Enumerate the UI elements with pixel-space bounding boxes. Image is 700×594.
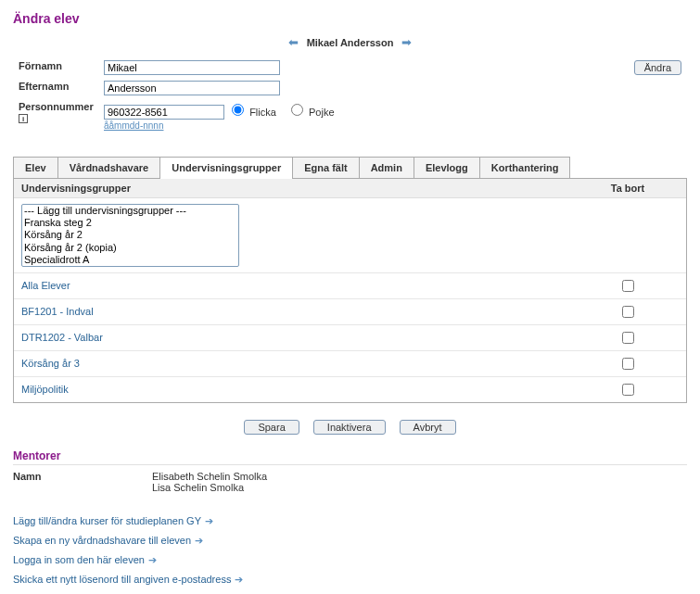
tab-v-rdnadshavare[interactable]: Vårdnadshavare [57,157,161,178]
group-option[interactable]: --- Lägg till undervisningsgrupper --- [22,205,238,217]
arrow-right-icon: ➔ [148,554,157,565]
links-block: Lägg till/ändra kurser för studieplanen … [13,512,687,589]
save-button[interactable]: Spara [244,420,299,435]
info-icon[interactable]: i [19,114,28,123]
mentors-name-label: Namn [13,471,152,493]
groups-header: Undervisningsgrupper [21,183,577,194]
pojke-radio-label[interactable]: Pojke [286,107,335,118]
table-row: Alla Elever [14,273,686,299]
personnummer-input[interactable] [104,105,224,120]
remove-header: Ta bort [577,183,679,194]
group-select[interactable]: --- Lägg till undervisningsgrupper ---Fr… [21,204,239,267]
action-bar: Spara Inaktivera Avbryt [13,420,687,435]
personnummer-label: Personnummer i [15,99,98,133]
student-name: Mikael Andersson [307,37,394,48]
student-form: Förnamn Ändra Efternamn Personnummer i F… [13,57,687,134]
remove-checkbox[interactable] [622,384,634,396]
table-row: BF1201 - Indval [14,299,686,325]
group-name: Körsång år 3 [21,358,577,369]
remove-checkbox[interactable] [622,280,634,292]
mentors-title: Mentorer [13,449,687,465]
remove-checkbox[interactable] [622,358,634,370]
student-nav: ⬅ Mikael Andersson ➡ [13,35,687,49]
arrow-right-icon: ➔ [205,515,213,526]
group-option[interactable]: Franska steg 2 [22,217,238,229]
cancel-button[interactable]: Avbryt [400,420,456,435]
tab-egna-f-lt[interactable]: Egna fält [292,157,359,178]
tab-korthantering[interactable]: Korthantering [479,157,571,178]
flicka-radio[interactable] [232,104,244,116]
efternamn-input[interactable] [104,81,280,95]
mentors-list: Elisabeth Schelin SmolkaLisa Schelin Smo… [152,471,687,493]
group-name: Miljöpolitik [21,384,577,395]
action-link[interactable]: Logga in som den här eleven➔ [13,554,157,566]
flicka-radio-label[interactable]: Flicka [227,107,276,118]
next-student-icon[interactable]: ➡ [401,35,412,49]
action-link[interactable]: Skapa en ny vårdnadshavare till eleven➔ [13,535,203,547]
personnummer-hint: ååmmdd-nnnn [104,120,163,131]
group-name: DTR1202 - Valbar [21,332,577,343]
tab-admin[interactable]: Admin [359,157,414,178]
group-name: BF1201 - Indval [21,306,577,317]
tab-elevlogg[interactable]: Elevlogg [414,157,480,178]
mentor-name: Elisabeth Schelin Smolka [152,471,687,482]
action-link[interactable]: Lägg till/ändra kurser för studieplanen … [13,515,213,527]
andra-button[interactable]: Ändra [634,60,681,75]
tab-bar: ElevVårdnadshavareUndervisningsgrupperEg… [13,157,687,179]
remove-checkbox[interactable] [622,332,634,344]
prev-student-icon[interactable]: ⬅ [288,35,299,49]
action-link[interactable]: Skicka ett nytt lösenord till angiven e-… [13,574,243,586]
mentor-name: Lisa Schelin Smolka [152,482,687,493]
group-option[interactable]: Körsång år 2 (kopia) [22,242,238,254]
tab-elev[interactable]: Elev [13,157,58,178]
fornamn-input[interactable] [104,60,280,75]
deactivate-button[interactable]: Inaktivera [313,420,386,435]
pojke-radio[interactable] [291,104,303,116]
groups-panel: Undervisningsgrupper Ta bort --- Lägg ti… [13,179,687,403]
efternamn-label: Efternamn [15,79,98,97]
arrow-right-icon: ➔ [195,535,203,546]
fornamn-label: Förnamn [15,58,98,77]
arrow-right-icon: ➔ [235,574,243,585]
group-option[interactable]: Specialidrott A [22,254,238,266]
group-name: Alla Elever [21,280,577,291]
tab-undervisningsgrupper[interactable]: Undervisningsgrupper [159,157,293,178]
table-row: DTR1202 - Valbar [14,325,686,351]
table-row: Miljöpolitik [14,377,686,402]
page-title: Ändra elev [13,11,687,26]
group-option[interactable]: Körsång år 2 [22,229,238,241]
table-row: Körsång år 3 [14,351,686,377]
remove-checkbox[interactable] [622,306,634,318]
